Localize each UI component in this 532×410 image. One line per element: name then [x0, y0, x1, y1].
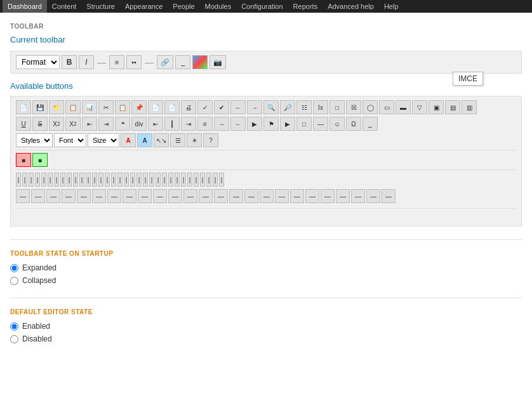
radio-btn[interactable]: ◯ — [362, 100, 378, 114]
nav-advanced-help[interactable]: Advanced help — [323, 0, 379, 13]
paste-btn[interactable]: 📌 — [131, 100, 147, 114]
vsep-2[interactable]: | — [22, 173, 27, 187]
vsep-23[interactable]: | — [156, 173, 161, 187]
special-red-btn[interactable]: ■ — [16, 153, 31, 167]
bidi-ltr-btn[interactable]: → — [214, 117, 229, 131]
divcontainer-btn[interactable]: div — [131, 117, 147, 131]
hsep-8[interactable]: — — [123, 189, 136, 203]
hsep-18[interactable]: — — [275, 189, 289, 203]
image-button[interactable]: 📷 — [209, 55, 226, 69]
vsep-5[interactable]: | — [41, 173, 46, 187]
indent-inc-btn[interactable]: ⇥ — [98, 117, 114, 131]
vsep-3[interactable]: | — [29, 173, 34, 187]
hsep-7[interactable]: — — [107, 189, 121, 203]
new-doc-btn[interactable]: 📄 — [16, 100, 31, 114]
hline-btn[interactable]: ― — [313, 117, 328, 131]
vsep-8[interactable]: | — [60, 173, 65, 187]
paste-text-btn[interactable]: 📄 — [148, 100, 163, 114]
align-justify-btn[interactable]: ≡ — [197, 117, 213, 131]
vsep-25[interactable]: | — [168, 173, 173, 187]
select-btn[interactable]: ▽ — [412, 100, 427, 114]
hsep-10[interactable]: — — [153, 189, 167, 203]
vsep-18[interactable]: | — [124, 173, 129, 187]
nav-reports[interactable]: Reports — [288, 0, 323, 13]
vsep-6[interactable]: | — [48, 173, 53, 187]
enabled-label[interactable]: Enabled — [22, 322, 50, 331]
hsep-21[interactable]: — — [321, 189, 335, 203]
language-btn[interactable]: ▶ — [247, 117, 262, 131]
hsep-6[interactable]: — — [92, 189, 106, 203]
collapsed-radio[interactable] — [10, 277, 18, 285]
vsep-16[interactable]: | — [111, 173, 116, 187]
smiley-btn[interactable]: ☺ — [329, 117, 345, 131]
vsep-10[interactable]: | — [73, 173, 78, 187]
hsep-12[interactable]: — — [183, 189, 197, 203]
vsep-13[interactable]: | — [92, 173, 97, 187]
strikethrough-btn[interactable]: S — [32, 117, 48, 131]
vsep-17[interactable]: | — [117, 173, 123, 187]
vsep-11[interactable]: | — [79, 173, 84, 187]
underline-btn[interactable]: U — [16, 117, 31, 131]
vsep-4[interactable]: | — [35, 173, 40, 187]
open-btn[interactable]: 📁 — [49, 100, 64, 114]
nav-appearance[interactable]: Appearance — [120, 0, 168, 13]
hsep-23[interactable]: — — [351, 189, 365, 203]
hsep-5[interactable]: — — [77, 189, 91, 203]
font-color-btn[interactable]: A — [121, 133, 136, 147]
vsep-26[interactable]: | — [175, 173, 180, 187]
vsep-30[interactable]: | — [200, 173, 205, 187]
disabled-radio[interactable] — [10, 335, 18, 343]
hsep-3[interactable]: — — [46, 189, 60, 203]
checkbox-btn[interactable]: ☒ — [346, 100, 361, 114]
hsep-1[interactable]: — — [16, 189, 30, 203]
cut-btn[interactable]: ✂ — [98, 100, 114, 114]
button-btn[interactable]: ▣ — [429, 100, 444, 114]
paste-word-btn[interactable]: 📄 — [164, 100, 180, 114]
flash-btn[interactable]: ▶ — [280, 117, 295, 131]
nav-modules[interactable]: Modules — [200, 0, 237, 13]
nav-dashboard[interactable]: Dashboard — [3, 0, 47, 13]
form-btn[interactable]: □ — [329, 100, 345, 114]
hsep-19[interactable]: — — [290, 189, 304, 203]
vsep-14[interactable]: | — [98, 173, 103, 187]
expanded-radio[interactable] — [10, 264, 18, 272]
vsep-24[interactable]: | — [162, 173, 167, 187]
enabled-radio[interactable] — [10, 322, 18, 331]
textfield-btn[interactable]: ▭ — [379, 100, 394, 114]
vsep-15[interactable]: | — [105, 173, 110, 187]
help-btn[interactable]: ? — [203, 133, 218, 147]
font-select[interactable]: Font — [54, 133, 86, 147]
find-btn[interactable]: 🔍 — [263, 100, 279, 114]
vsep-33[interactable]: | — [219, 173, 224, 187]
italic-button[interactable]: I — [79, 55, 94, 69]
spellcheck2-btn[interactable]: ✔ — [214, 100, 229, 114]
bidi-rtl-btn[interactable]: ← — [230, 117, 246, 131]
hsep-25[interactable]: — — [382, 189, 396, 203]
hsep-15[interactable]: — — [229, 189, 243, 203]
indent-dec-btn[interactable]: ⇤ — [82, 117, 97, 131]
ordered-list-button[interactable]: ≡ — [109, 55, 124, 69]
image-color-button[interactable] — [192, 55, 208, 69]
bold-button[interactable]: B — [62, 55, 77, 69]
hsep-13[interactable]: — — [199, 189, 213, 203]
vsep-22[interactable]: | — [149, 173, 154, 187]
vsep-1[interactable]: | — [16, 173, 21, 187]
unlink-button[interactable]: ⎯ — [175, 55, 190, 69]
superscript-btn[interactable]: X2 — [65, 117, 81, 131]
vsep-27[interactable]: | — [181, 173, 186, 187]
preview-btn[interactable]: 📋 — [65, 100, 81, 114]
subscript-btn[interactable]: X2 — [49, 117, 64, 131]
expanded-label[interactable]: Expanded — [22, 263, 57, 272]
hsep-20[interactable]: — — [305, 189, 319, 203]
nav-configuration[interactable]: Configuration — [236, 0, 288, 13]
copy-btn[interactable]: 📋 — [115, 100, 130, 114]
vsep-19[interactable]: | — [130, 173, 135, 187]
redo-btn[interactable]: → — [247, 100, 262, 114]
bg-color-btn[interactable]: A — [137, 133, 152, 147]
styles-select[interactable]: Styles — [16, 133, 53, 147]
hsep-17[interactable]: — — [260, 189, 274, 203]
remove-format-btn[interactable]: Ix — [313, 100, 328, 114]
save-btn[interactable]: 💾 — [32, 100, 48, 114]
nav-people[interactable]: People — [168, 0, 199, 13]
page-break-btn[interactable]: ⎯ — [362, 117, 378, 131]
